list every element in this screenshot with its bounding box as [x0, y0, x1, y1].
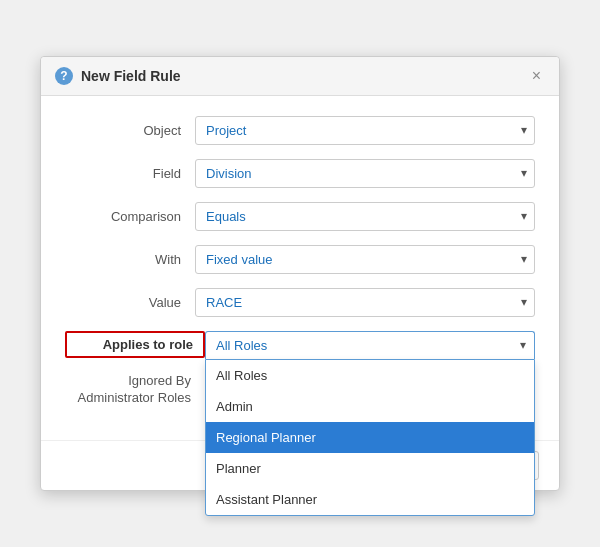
object-select-wrapper: Project	[195, 116, 535, 145]
applies-row: Applies to role All Roles All RolesAdmin…	[65, 331, 535, 359]
field-select[interactable]: Division	[195, 159, 535, 188]
dialog-title: New Field Rule	[81, 68, 520, 84]
dialog-body: Object Project Field Division Comparison…	[41, 96, 559, 441]
applies-dropdown-list: All RolesAdminRegional PlannerPlannerAss…	[205, 359, 535, 516]
object-label: Object	[65, 123, 195, 138]
close-button[interactable]: ×	[528, 68, 545, 84]
dropdown-item-assistant_planner[interactable]: Assistant Planner	[206, 484, 534, 515]
with-select[interactable]: Fixed value	[195, 245, 535, 274]
comparison-label: Comparison	[65, 209, 195, 224]
comparison-select[interactable]: Equals	[195, 202, 535, 231]
value-select[interactable]: RACE	[195, 288, 535, 317]
with-label: With	[65, 252, 195, 267]
ignored-label: Ignored By Administrator Roles	[65, 373, 205, 407]
value-select-wrapper: RACE	[195, 288, 535, 317]
field-row: Field Division	[65, 159, 535, 188]
dropdown-item-all_roles[interactable]: All Roles	[206, 360, 534, 391]
applies-label: Applies to role	[65, 331, 205, 358]
dropdown-item-regional_planner[interactable]: Regional Planner	[206, 422, 534, 453]
dropdown-item-admin[interactable]: Admin	[206, 391, 534, 422]
comparison-row: Comparison Equals	[65, 202, 535, 231]
field-select-wrapper: Division	[195, 159, 535, 188]
dialog-header: ? New Field Rule ×	[41, 57, 559, 96]
field-label: Field	[65, 166, 195, 181]
with-select-wrapper: Fixed value	[195, 245, 535, 274]
with-row: With Fixed value	[65, 245, 535, 274]
comparison-select-wrapper: Equals	[195, 202, 535, 231]
object-row: Object Project	[65, 116, 535, 145]
applies-dropdown-trigger[interactable]: All Roles	[205, 331, 535, 359]
applies-dropdown-container: All Roles All RolesAdminRegional Planner…	[205, 331, 535, 359]
value-row: Value RACE	[65, 288, 535, 317]
object-select[interactable]: Project	[195, 116, 535, 145]
new-field-rule-dialog: ? New Field Rule × Object Project Field …	[40, 56, 560, 492]
help-icon: ?	[55, 67, 73, 85]
dropdown-item-planner[interactable]: Planner	[206, 453, 534, 484]
value-label: Value	[65, 295, 195, 310]
